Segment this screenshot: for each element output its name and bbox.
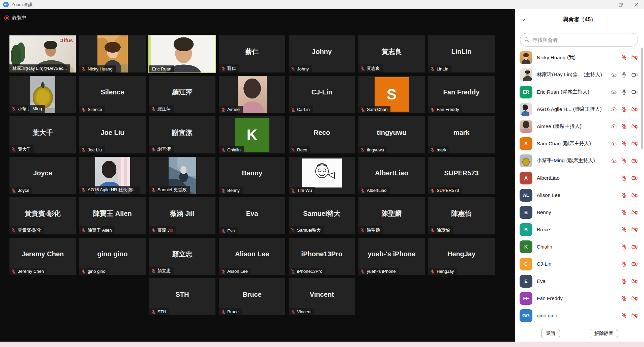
participant-row[interactable]: FFFan Freddy [515,290,644,307]
video-tile[interactable]: VincentVincent [289,278,355,315]
video-tile[interactable]: SilenceSilence [79,76,146,113]
participant-name: yueh-'s iPhone [358,238,425,270]
video-tile[interactable]: 羅江萍羅江萍 [149,76,215,113]
video-tile[interactable]: HengJayHengJay [428,238,495,275]
video-tile[interactable]: yueh-'s iPhoneyueh-'s iPhone [358,238,425,275]
video-tile[interactable]: AG16 Agile HR 社長 鄭... [79,157,146,194]
video-tile[interactable]: gino ginogino gino [79,238,146,275]
participant-row[interactable]: KChialin [515,238,644,255]
unmute-all-button[interactable]: 解除靜音 [590,329,618,338]
video-tile[interactable]: Alison LeeAlison Lee [219,238,285,275]
participant-row[interactable]: EREric Ruan(聯席主持人) [515,83,644,100]
muted-mic-icon [291,228,295,233]
search-participants-input[interactable] [520,33,638,47]
participant-row[interactable]: BBruce [515,221,644,238]
muted-mic-icon [621,209,627,215]
participant-status-icons [621,243,638,250]
participant-row[interactable]: AG16 Agile H...(聯席主持人) [515,100,644,118]
video-tile[interactable]: Aimee [219,76,285,113]
video-tile[interactable]: SUPER573SUPER573 [428,157,495,194]
video-tile[interactable]: 葉大千葉大千 [9,116,76,153]
muted-mic-icon [81,187,86,192]
video-tile[interactable]: JohnyJohny [289,35,355,73]
tile-name-label: 薪仁 [219,64,239,73]
video-tile[interactable]: BruceBruce [219,278,285,315]
video-tile[interactable]: 黃志良黃志良 [358,35,425,73]
participant-row[interactable]: GGgino gino [515,307,644,324]
video-tile[interactable]: 薇涵 Jill薇涵 Jill [149,197,215,234]
muted-mic-icon [621,123,627,129]
close-button[interactable] [628,0,644,9]
video-tile[interactable]: Nicky Huang [79,35,146,73]
video-tile[interactable]: AlbertLiaoAlbertLiao [358,157,425,194]
tile-name-label: Sam Chan [358,106,390,113]
video-tile[interactable]: BennyBenny [219,157,285,194]
video-tile[interactable]: 顏立忠顏立忠 [149,238,215,275]
participant-row[interactable]: SSam Chan(聯席主持人) [515,135,644,152]
video-tile[interactable]: Tim Wu [289,157,355,194]
video-tile[interactable]: RecoReco [289,116,355,153]
participant-row[interactable]: 林家瑋(Ray Lin)@...(主持人) [515,66,644,83]
participant-name: Bruce [219,278,285,311]
participant-row[interactable]: EEva [515,272,644,290]
participant-row[interactable]: AAlbertLiao [515,169,644,186]
scrollbar-thumb[interactable] [641,48,643,149]
cloud-recording-icon [610,71,617,78]
participant-row[interactable]: 小幫手-Ming(聯席主持人) [515,152,644,169]
video-tile[interactable]: 陳惠怡陳惠怡 [428,197,495,234]
video-tile[interactable]: SSam Chan [358,76,425,113]
minimize-button[interactable] [597,0,613,9]
participant-row[interactable]: Nicky Huang(我) [515,49,644,66]
participant-row[interactable]: Aimee(聯席主持人) [515,118,644,135]
tile-name-label: tingyuwu [358,146,387,153]
video-tile[interactable]: Samuel豬大Samuel豬大 [289,197,355,234]
video-tile[interactable]: LinLinLinLin [428,35,495,73]
video-tile[interactable]: Fan FreddyFan Freddy [428,76,495,113]
invite-button[interactable]: 邀請 [541,329,560,338]
video-tile[interactable]: JoyceJoyce [9,157,76,194]
video-tile[interactable]: CJ-LinCJ-Lin [289,76,355,113]
cloud-recording-icon [610,140,617,147]
tile-name-label: Eva [219,227,238,234]
participant-row[interactable]: CCJ-Lin [515,255,644,272]
video-tile[interactable]: STHSTH [149,278,215,315]
participants-panel: 與會者（45） Nicky Huang(我)林家瑋(Ray Lin)@...(主… [515,9,644,342]
tile-name-label: 陳寶王 Allen [79,226,115,234]
video-tile[interactable]: iPhone13ProiPhone13Pro [289,238,355,275]
record-icon [4,15,9,21]
video-tile[interactable]: EvaEva [219,197,285,234]
tile-name-label: Samuel豬大 [289,226,324,234]
camera-off-icon [631,278,638,285]
video-tile[interactable]: Sanniel-史哲政 [149,157,215,194]
video-tile[interactable]: 黃貴賓-彰化黃貴賓-彰化 [9,197,76,234]
participant-row[interactable]: ALAlison Lee [515,186,644,204]
muted-mic-icon [81,228,86,233]
video-tile[interactable]: KChialin [219,116,285,153]
video-tile[interactable]: 陳聖麟陳聖麟 [358,197,425,234]
ifus-logo-mark [60,39,63,42]
participant-row[interactable]: BBenny [515,204,644,221]
muted-mic-icon [360,269,365,274]
tile-name-label: Johny [289,65,312,73]
tile-name-label: yueh-'s iPhone [358,268,399,275]
participant-name: Benny [219,157,285,189]
participant-name: Fan Freddy [537,295,563,301]
ifus-logo: ifus [60,37,73,43]
participant-name: 顏立忠 [149,238,215,270]
video-tile[interactable]: 陳寶王 Allen陳寶王 Allen [79,197,146,234]
video-tile[interactable]: ifus林家瑋(Ray Lin)@DevSec... [9,35,76,73]
video-tile[interactable]: Jeremy ChenJeremy Chen [9,238,76,275]
video-tile[interactable]: Joe LiuJoe Liu [79,116,146,153]
participant-name: Sam Chan [537,141,561,146]
participant-status-icons [610,106,638,113]
video-tile[interactable]: tingyuwutingyuwu [358,116,425,153]
video-tile[interactable]: 謝宜潔謝宜潔 [149,116,215,153]
video-tile[interactable]: 小幫手-Ming [9,76,76,113]
video-tile[interactable]: markmark [428,116,495,153]
participant-status-icons [621,54,638,61]
restore-button[interactable] [613,0,628,9]
muted-mic-icon [151,310,156,314]
video-tile[interactable]: 薪仁薪仁 [219,35,285,73]
tile-name-label: 葉大千 [9,145,34,153]
video-tile[interactable]: Eric Ruan [149,35,215,73]
